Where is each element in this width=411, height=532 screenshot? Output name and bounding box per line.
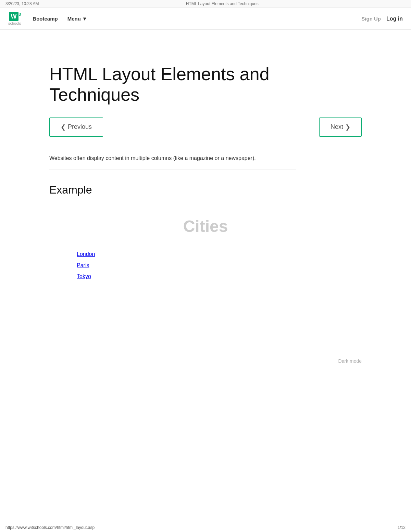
nav-links: Bootcamp Menu ▼ [29, 14, 361, 24]
cities-example: Cities London Paris Tokyo [49, 210, 362, 290]
dark-mode-label[interactable]: Dark mode [49, 358, 362, 364]
example-heading: Example [49, 184, 362, 196]
navbar: W 3 schools Bootcamp Menu ▼ Sign Up Log … [0, 8, 411, 30]
intro-text: Websites often display content in multip… [49, 153, 296, 170]
page-title: HTML Layout Elements andTechniques [49, 64, 362, 105]
bootcamp-link[interactable]: Bootcamp [29, 14, 61, 24]
city-link-paris[interactable]: Paris [77, 261, 362, 271]
city-link-london[interactable]: London [77, 249, 362, 259]
login-link[interactable]: Log in [386, 16, 403, 22]
chevron-left-icon: ❮ [61, 123, 66, 131]
logo-w: W [9, 12, 18, 21]
cities-title: Cities [49, 217, 362, 236]
city-link-tokyo[interactable]: Tokyo [77, 272, 362, 282]
sign-up-link[interactable]: Sign Up [361, 16, 381, 22]
nav-right: Sign Up Log in [361, 16, 403, 22]
logo[interactable]: W 3 schools [8, 12, 21, 25]
logo-subscript: schools [8, 22, 21, 25]
browser-datetime: 3/20/23, 10:28 AM [5, 1, 39, 6]
menu-arrow-icon: ▼ [82, 16, 87, 22]
menu-label: Menu [67, 16, 81, 22]
chevron-right-icon: ❯ [345, 123, 350, 131]
main-content: HTML Layout Elements andTechniques ❮ Pre… [41, 30, 370, 384]
browser-meta-bar: 3/20/23, 10:28 AM HTML Layout Elements a… [0, 0, 411, 8]
cities-links: London Paris Tokyo [49, 249, 362, 282]
next-button[interactable]: Next ❯ [319, 117, 362, 137]
menu-dropdown[interactable]: Menu ▼ [64, 14, 91, 24]
browser-page-title: HTML Layout Elements and Techniques [39, 1, 406, 6]
next-label: Next [331, 123, 343, 131]
logo-superscript: 3 [19, 12, 21, 17]
previous-label: Previous [68, 123, 92, 131]
previous-button[interactable]: ❮ Previous [49, 117, 103, 137]
nav-buttons: ❮ Previous Next ❯ [49, 117, 362, 145]
